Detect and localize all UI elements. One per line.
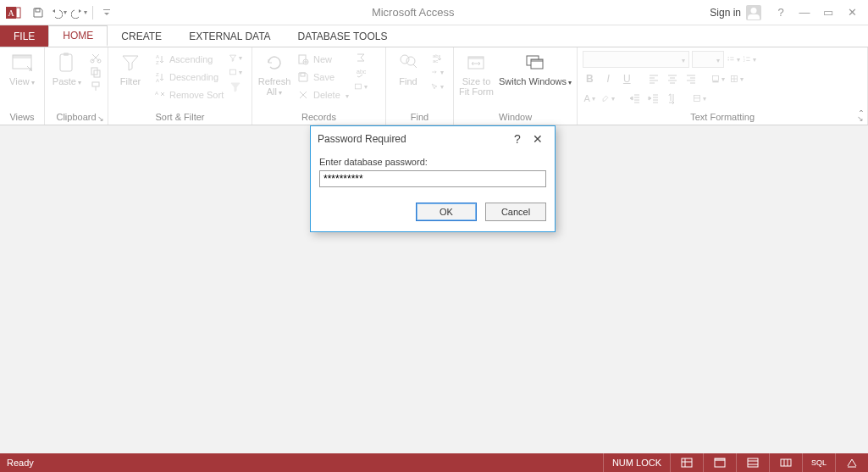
delete-dropdown-icon[interactable] — [344, 90, 349, 100]
fill-color-icon[interactable] — [711, 72, 725, 86]
svg-rect-33 — [531, 59, 543, 62]
align-center-icon[interactable] — [666, 72, 679, 86]
sign-in-label: Sign in — [710, 7, 741, 19]
tab-home[interactable]: HOME — [48, 25, 108, 47]
svg-rect-13 — [92, 82, 99, 86]
svg-point-34 — [728, 57, 729, 58]
tab-create[interactable]: CREATE — [108, 25, 175, 47]
view-label: View — [9, 76, 35, 88]
view-form-icon[interactable] — [703, 453, 736, 472]
align-left-icon[interactable] — [647, 72, 661, 86]
customize-qat-icon[interactable] — [97, 3, 116, 22]
group-views-label: Views — [5, 110, 39, 125]
sign-in-link[interactable]: Sign in — [710, 5, 761, 20]
descending-label: Descending — [169, 72, 218, 82]
save-label: Save — [313, 72, 334, 82]
view-button[interactable]: View — [5, 51, 39, 88]
font-size-combo[interactable] — [692, 51, 724, 68]
help-icon[interactable]: ? — [770, 3, 792, 22]
maximize-icon[interactable]: ▭ — [817, 3, 839, 22]
bullets-icon[interactable] — [727, 53, 740, 66]
tab-external-data[interactable]: EXTERNAL DATA — [175, 25, 284, 47]
group-find: Find abac Find — [386, 47, 454, 125]
collapse-ribbon-icon[interactable]: ˆ — [860, 109, 863, 121]
svg-text:A: A — [156, 54, 159, 59]
status-numlock: NUM LOCK — [603, 453, 670, 472]
size-to-fit-button[interactable]: Size to Fit Form — [459, 51, 494, 97]
refresh-icon — [263, 51, 286, 75]
decrease-indent-icon[interactable] — [628, 92, 642, 105]
spelling-icon[interactable]: abc — [354, 65, 368, 79]
descending-button[interactable]: ZA Descending — [152, 69, 224, 86]
italic-icon[interactable]: I — [601, 72, 615, 86]
group-window: Size to Fit Form Switch Windows Window — [454, 47, 578, 125]
view-datasheet-icon[interactable] — [670, 453, 703, 472]
undo-icon[interactable] — [49, 3, 68, 22]
ascending-button[interactable]: AZ Ascending — [152, 51, 224, 68]
underline-icon[interactable]: U — [620, 72, 633, 86]
alternate-row-icon[interactable] — [693, 92, 706, 105]
find-button[interactable]: Find — [391, 51, 425, 86]
delete-icon — [296, 88, 310, 102]
svg-rect-4 — [103, 9, 110, 10]
highlight-icon[interactable] — [601, 92, 615, 105]
numbering-icon[interactable]: 12 — [743, 53, 756, 66]
tab-database-tools[interactable]: DATABASE TOOLS — [285, 25, 401, 47]
tab-file[interactable]: FILE — [0, 25, 48, 47]
ok-button[interactable]: OK — [416, 203, 477, 221]
copy-icon[interactable] — [89, 65, 102, 79]
find-icon — [396, 51, 420, 75]
gridlines-icon[interactable] — [730, 72, 744, 86]
select-icon[interactable] — [430, 80, 444, 93]
dialog-title: Password Required — [318, 133, 507, 145]
bold-icon[interactable]: B — [583, 72, 596, 86]
cancel-button[interactable]: Cancel — [485, 203, 546, 221]
svg-text:A: A — [155, 91, 158, 96]
view-design-icon[interactable] — [769, 453, 802, 472]
dialog-close-icon[interactable]: ✕ — [528, 132, 548, 146]
new-record-button[interactable]: New — [296, 51, 349, 68]
save-record-button[interactable]: Save — [296, 69, 349, 86]
ltr-icon[interactable] — [666, 92, 679, 105]
svg-rect-38 — [713, 75, 719, 81]
selection-filter-icon[interactable] — [229, 51, 242, 64]
close-icon[interactable]: ✕ — [841, 3, 863, 22]
toggle-filter-icon[interactable] — [229, 80, 242, 93]
delete-label: Delete — [313, 90, 340, 100]
dialog-help-icon[interactable]: ? — [507, 132, 528, 146]
paste-button[interactable]: Paste — [50, 51, 84, 88]
view-layout-icon[interactable] — [736, 453, 769, 472]
delete-record-button[interactable]: Delete — [296, 86, 349, 103]
cut-icon[interactable] — [89, 51, 102, 64]
new-icon — [296, 53, 310, 66]
group-sort-filter-label: Sort & Filter — [113, 110, 246, 125]
advanced-filter-icon[interactable] — [229, 65, 242, 79]
switch-windows-button[interactable]: Switch Windows — [499, 51, 572, 88]
switch-windows-icon — [523, 51, 547, 75]
dialog-titlebar[interactable]: Password Required ? ✕ — [311, 126, 555, 152]
svg-point-25 — [401, 55, 409, 64]
view-sql-icon[interactable]: SQL — [802, 453, 835, 472]
font-color-icon[interactable]: A — [583, 92, 596, 105]
minimize-icon[interactable]: — — [793, 3, 815, 22]
view-last-icon[interactable] — [835, 453, 868, 472]
align-right-icon[interactable] — [684, 72, 698, 86]
save-icon[interactable] — [29, 3, 47, 22]
font-family-combo[interactable] — [583, 51, 689, 68]
password-input[interactable] — [319, 170, 546, 187]
remove-sort-button[interactable]: A Remove Sort — [152, 86, 224, 103]
svg-rect-24 — [355, 84, 361, 89]
increase-indent-icon[interactable] — [647, 92, 661, 105]
more-records-icon[interactable] — [354, 80, 368, 93]
svg-rect-7 — [60, 54, 72, 71]
goto-icon[interactable] — [430, 65, 444, 79]
filter-button[interactable]: Filter — [113, 51, 147, 86]
redo-icon[interactable] — [69, 3, 88, 22]
totals-icon[interactable] — [354, 51, 368, 64]
replace-icon[interactable]: abac — [430, 51, 444, 64]
svg-text:abc: abc — [357, 69, 367, 75]
format-painter-icon[interactable] — [89, 80, 102, 93]
refresh-all-button[interactable]: Refresh All — [257, 51, 291, 98]
refresh-all-label: Refresh All — [258, 76, 291, 98]
svg-rect-19 — [230, 69, 236, 75]
